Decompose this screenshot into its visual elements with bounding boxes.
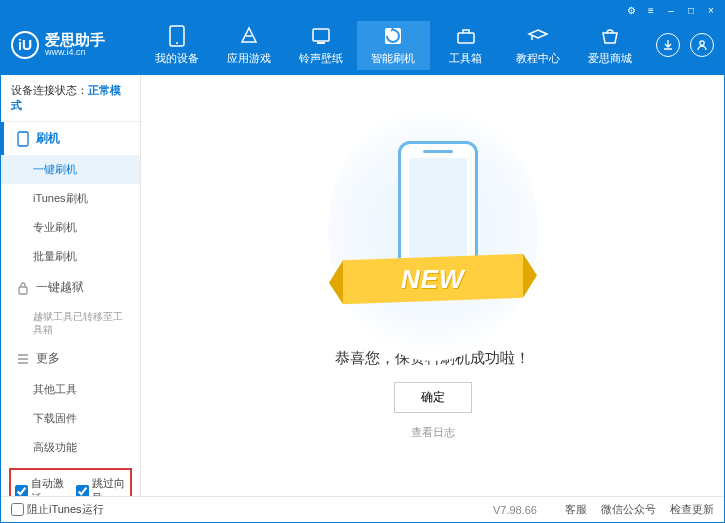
logo-icon: iU [11,31,39,59]
ok-button[interactable]: 确定 [394,382,472,413]
jailbreak-note: 越狱工具已转移至工具箱 [1,304,140,342]
svg-rect-9 [19,287,27,294]
nav-label: 铃声壁纸 [299,51,343,66]
nav-label: 爱思商城 [588,51,632,66]
nav-label: 应用游戏 [227,51,271,66]
nav-my-device[interactable]: 我的设备 [141,21,213,70]
download-button[interactable] [656,33,680,57]
sidebar: 设备连接状态：正常模式 刷机 一键刷机 iTunes刷机 专业刷机 批量刷机 一… [1,75,141,496]
section-jailbreak[interactable]: 一键越狱 [1,271,140,304]
section-title: 刷机 [36,130,60,147]
close-icon[interactable]: × [702,3,720,17]
svg-point-1 [176,42,178,44]
section-more[interactable]: 更多 [1,342,140,375]
account-button[interactable] [690,33,714,57]
flash-icon [382,25,404,47]
sub-itunes-flash[interactable]: iTunes刷机 [1,184,140,213]
nav-label: 智能刷机 [371,51,415,66]
nav-apps-games[interactable]: 应用游戏 [213,21,285,70]
logo-text: 爱思助手 www.i4.cn [45,32,105,58]
body: 设备连接状态：正常模式 刷机 一键刷机 iTunes刷机 专业刷机 批量刷机 一… [1,75,724,496]
svg-rect-6 [458,33,474,43]
section-title: 更多 [36,350,60,367]
nav-smart-flash[interactable]: 智能刷机 [357,21,429,70]
minimize-icon[interactable]: – [662,3,680,17]
brand-title: 爱思助手 [45,32,105,49]
version-label: V7.98.66 [493,504,537,516]
svg-rect-4 [317,42,325,44]
main-nav: 我的设备 应用游戏 铃声壁纸 智能刷机 工具箱 [141,21,646,70]
nav-toolbox[interactable]: 工具箱 [430,21,502,70]
sub-download-firmware[interactable]: 下载固件 [1,404,140,433]
sub-other-tools[interactable]: 其他工具 [1,375,140,404]
block-itunes-checkbox[interactable]: 阻止iTunes运行 [11,502,104,517]
wechat-link[interactable]: 微信公众号 [601,502,656,517]
header-right [646,33,714,57]
skip-guide-label: 跳过向导 [92,476,127,496]
store-icon [599,25,621,47]
auto-activate-checkbox[interactable]: 自动激活 [15,476,66,496]
new-ribbon: NEW [343,254,523,304]
device-icon [166,25,188,47]
wallpaper-icon [310,25,332,47]
logo[interactable]: iU 爱思助手 www.i4.cn [11,31,141,59]
app-window: ⚙ ≡ – □ × iU 爱思助手 www.i4.cn 我的设备 [0,0,725,523]
success-illustration: NEW [358,131,508,331]
brand-url: www.i4.cn [45,48,105,58]
block-itunes-input[interactable] [11,503,24,516]
nav-label: 我的设备 [155,51,199,66]
nav-tutorials[interactable]: 教程中心 [502,21,574,70]
menu-icon[interactable]: ≡ [642,3,660,17]
skip-guide-input[interactable] [76,485,89,497]
toolbox-icon [455,25,477,47]
lock-icon [16,281,30,295]
maximize-icon[interactable]: □ [682,3,700,17]
skip-guide-checkbox[interactable]: 跳过向导 [76,476,127,496]
nav-store[interactable]: 爱思商城 [574,21,646,70]
block-itunes-label: 阻止iTunes运行 [27,502,104,517]
nav-ringtones-wallpapers[interactable]: 铃声壁纸 [285,21,357,70]
footer: 阻止iTunes运行 V7.98.66 客服 微信公众号 检查更新 [1,496,724,522]
list-icon [16,352,30,366]
section-title: 一键越狱 [36,279,84,296]
sub-batch-flash[interactable]: 批量刷机 [1,242,140,271]
customer-service-link[interactable]: 客服 [565,502,587,517]
apps-icon [238,25,260,47]
svg-rect-8 [18,132,28,146]
titlebar-controls: ⚙ ≡ – □ × [1,1,724,19]
nav-label: 工具箱 [449,51,482,66]
tutorial-icon [527,25,549,47]
sub-advanced[interactable]: 高级功能 [1,433,140,462]
auto-activate-input[interactable] [15,485,28,497]
header: ⚙ ≡ – □ × iU 爱思助手 www.i4.cn 我的设备 [1,1,724,75]
options-box: 自动激活 跳过向导 [9,468,132,496]
header-main: iU 爱思助手 www.i4.cn 我的设备 应用游戏 铃声壁纸 [1,19,724,75]
svg-point-7 [700,41,704,45]
status-label: 设备连接状态： [11,84,88,96]
svg-rect-3 [313,29,329,41]
auto-activate-label: 自动激活 [31,476,66,496]
phone-icon [16,132,30,146]
settings-icon[interactable]: ⚙ [622,3,640,17]
ribbon-text: NEW [401,264,465,295]
sub-pro-flash[interactable]: 专业刷机 [1,213,140,242]
connection-status: 设备连接状态：正常模式 [1,75,140,122]
nav-label: 教程中心 [516,51,560,66]
check-update-link[interactable]: 检查更新 [670,502,714,517]
sub-onekey-flash[interactable]: 一键刷机 [1,155,140,184]
main-content: NEW 恭喜您，保资料刷机成功啦！ 确定 查看日志 [141,75,724,496]
view-log-link[interactable]: 查看日志 [411,425,455,440]
section-flash[interactable]: 刷机 [1,122,140,155]
